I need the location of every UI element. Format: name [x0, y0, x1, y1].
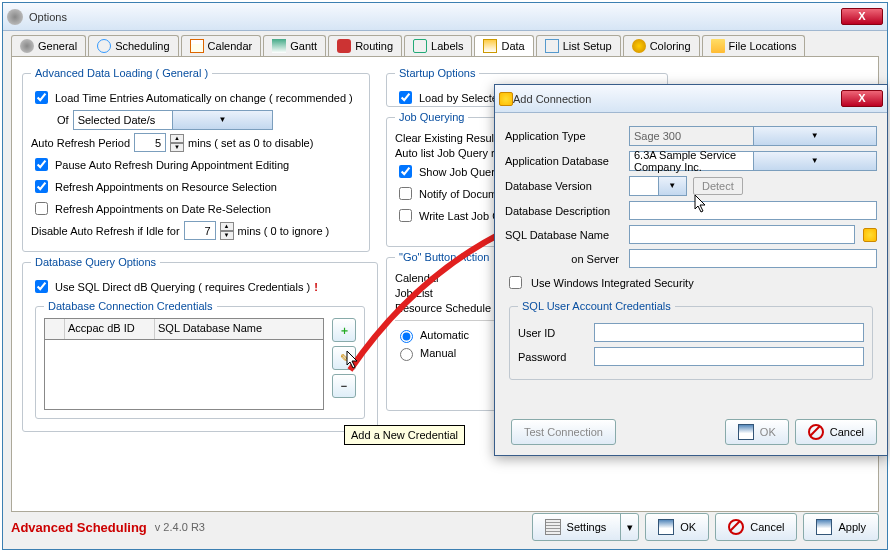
lbl-disable-idle-unit: mins ( 0 to ignore ) [238, 225, 330, 237]
close-icon[interactable]: X [841, 90, 883, 107]
close-icon[interactable]: X [841, 8, 883, 25]
label-icon [413, 39, 427, 53]
group-sql-creds: SQL User Account Credentials User ID Pas… [509, 300, 873, 380]
chevron-down-icon[interactable]: ▼ [753, 152, 877, 170]
chk-load-time-entries[interactable] [35, 91, 48, 104]
chk-notify[interactable] [399, 187, 412, 200]
cancel-icon [728, 519, 744, 535]
spinner-disable-idle[interactable]: ▲▼ [220, 222, 234, 240]
coloring-icon [632, 39, 646, 53]
combo-app-type[interactable]: Sage 300▼ [629, 126, 877, 146]
options-titlebar[interactable]: Options X [3, 3, 887, 31]
input-db-desc[interactable] [629, 201, 877, 220]
lbl-refresh-date: Refresh Appointments on Date Re-Selectio… [55, 203, 271, 215]
chk-load-by-selected[interactable] [399, 91, 412, 104]
lbl-refresh-resource: Refresh Appointments on Resource Selecti… [55, 181, 277, 193]
credentials-table[interactable]: Accpac dB ID SQL Database Name [44, 318, 324, 340]
tab-coloring[interactable]: Coloring [623, 35, 700, 56]
legend-go: "Go" Button Action » [395, 251, 506, 263]
credentials-grid[interactable] [44, 340, 324, 410]
lbl-pause: Pause Auto Refresh During Appointment Ed… [55, 159, 289, 171]
lbl-disable-idle: Disable Auto Refresh if Idle for [31, 225, 180, 237]
combo-db-version[interactable]: ▼ [629, 176, 687, 196]
gantt-icon [272, 39, 286, 53]
input-user[interactable] [594, 323, 864, 342]
tab-data[interactable]: Data [474, 35, 533, 56]
legend-startup: Startup Options [395, 67, 479, 79]
gear-icon [20, 39, 34, 53]
edit-credential-button[interactable]: ✎ [332, 346, 356, 370]
ok-button[interactable]: OK [645, 513, 709, 541]
dialog-title: Add Connection [513, 93, 841, 105]
remove-credential-button[interactable]: − [332, 374, 356, 398]
dialog-cancel-button[interactable]: Cancel [795, 419, 877, 445]
legend-sql-creds: SQL User Account Credentials [518, 300, 675, 312]
tab-routing[interactable]: Routing [328, 35, 402, 56]
chevron-down-icon[interactable]: ▾ [620, 514, 638, 540]
chevron-down-icon[interactable]: ▼ [172, 111, 272, 129]
save-icon [658, 519, 674, 535]
cancel-button[interactable]: Cancel [715, 513, 797, 541]
chk-show-jobq[interactable] [399, 165, 412, 178]
legend-adl: Advanced Data Loading ( General ) [31, 67, 212, 79]
combo-of[interactable]: Selected Date/s▼ [73, 110, 273, 130]
add-credential-button[interactable]: ＋ [332, 318, 356, 342]
clock-icon [97, 39, 111, 53]
chk-pause[interactable] [35, 158, 48, 171]
tab-general[interactable]: General [11, 35, 86, 56]
lbl-user: User ID [518, 327, 588, 339]
tab-list-setup[interactable]: List Setup [536, 35, 621, 56]
detect-button[interactable]: Detect [693, 177, 743, 195]
group-advanced-data-loading: Advanced Data Loading ( General ) Load T… [22, 67, 370, 252]
tab-file-locations[interactable]: File Locations [702, 35, 806, 56]
input-pass[interactable] [594, 347, 864, 366]
tab-calendar[interactable]: Calendar [181, 35, 262, 56]
tab-scheduling[interactable]: Scheduling [88, 35, 178, 56]
lbl-db-version: Database Version [505, 180, 623, 192]
window-title: Options [29, 11, 841, 23]
lbl-auto-refresh-unit: mins ( set as 0 to disable) [188, 137, 313, 149]
radio-automatic[interactable] [400, 330, 413, 343]
input-on-server[interactable] [629, 249, 877, 268]
dialog-titlebar[interactable]: Add Connection X [495, 85, 887, 113]
app-icon [7, 9, 23, 25]
spinner-auto-refresh[interactable]: ▲▼ [170, 134, 184, 152]
group-db-credentials: Database Connection Credentials Accpac d… [35, 300, 365, 419]
chk-refresh-resource[interactable] [35, 180, 48, 193]
input-sql-name[interactable] [629, 225, 855, 244]
lbl-sql-name: SQL Database Name [505, 229, 623, 241]
chk-write-last[interactable] [399, 209, 412, 222]
plus-icon: ＋ [339, 323, 350, 338]
product-version: v 2.4.0 R3 [155, 521, 205, 533]
chevron-down-icon[interactable]: ▼ [658, 177, 687, 195]
input-disable-idle[interactable] [184, 221, 216, 240]
radio-manual[interactable] [400, 348, 413, 361]
settings-button[interactable]: Settings▾ [532, 513, 640, 541]
chk-win-integrated[interactable] [509, 276, 522, 289]
lbl-pass: Password [518, 351, 588, 363]
add-connection-dialog: Add Connection X Application Type Sage 3… [494, 84, 888, 456]
product-name: Advanced Scheduling [11, 520, 147, 535]
chk-refresh-date[interactable] [35, 202, 48, 215]
test-connection-button[interactable]: Test Connection [511, 419, 616, 445]
settings-icon [545, 519, 561, 535]
chk-use-sql[interactable] [35, 280, 48, 293]
lbl-on-server: on Server [505, 253, 623, 265]
tab-gantt[interactable]: Gantt [263, 35, 326, 56]
connection-icon [499, 92, 513, 106]
db-browse-icon[interactable] [863, 228, 877, 242]
tab-labels[interactable]: Labels [404, 35, 472, 56]
lbl-load-time-entries: Load Time Entries Automatically on chang… [55, 92, 353, 104]
dialog-ok-button[interactable]: OK [725, 419, 789, 445]
lbl-db-desc: Database Description [505, 205, 623, 217]
tooltip-add-credential: Add a New Credential [344, 425, 465, 445]
apply-button[interactable]: Apply [803, 513, 879, 541]
chevron-down-icon[interactable]: ▼ [753, 127, 877, 145]
folder-icon [711, 39, 725, 53]
list-icon [545, 39, 559, 53]
combo-app-db[interactable]: 6.3A Sample Service Company Inc.▼ [629, 151, 877, 171]
footer: Advanced Scheduling v 2.4.0 R3 Settings▾… [11, 513, 879, 541]
lbl-win-integrated: Use Windows Integrated Security [531, 277, 694, 289]
lbl-go-calendar: Calendar [395, 272, 440, 284]
input-auto-refresh[interactable] [134, 133, 166, 152]
